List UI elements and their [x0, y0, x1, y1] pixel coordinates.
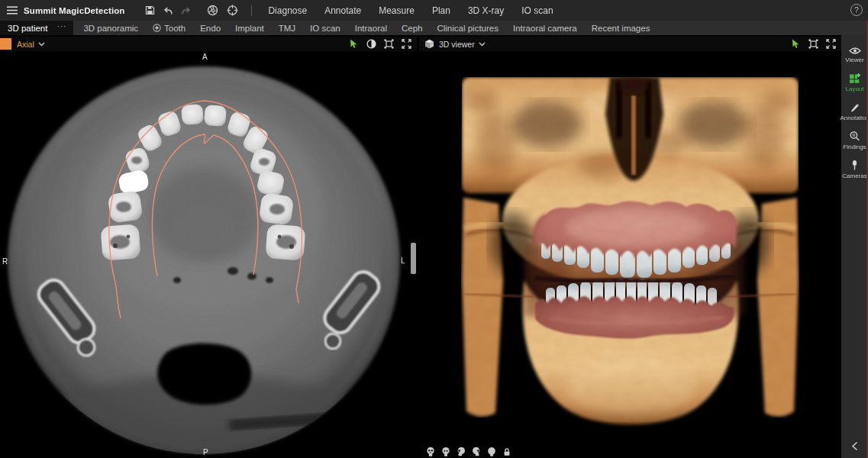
- fit-view-icon[interactable]: [808, 39, 818, 50]
- fullscreen-icon[interactable]: [401, 39, 411, 50]
- menu-annotate[interactable]: Annotate: [324, 5, 361, 16]
- orientation-label-right: R: [2, 257, 8, 266]
- orientation-label-left: L: [401, 256, 405, 265]
- fullscreen-icon[interactable]: [825, 39, 836, 50]
- app-title: Summit MagicDetection: [24, 6, 124, 15]
- axial-color-tag: [0, 38, 11, 50]
- menu-io-scan[interactable]: IO scan: [521, 5, 553, 16]
- tab-3d-patient[interactable]: 3D patient: [0, 21, 55, 35]
- 3d-viewport-header: 3D viewer: [419, 37, 841, 51]
- toolbar-divider: [251, 5, 252, 16]
- orientation-presets: [424, 446, 512, 457]
- ct-axial-image[interactable]: [0, 51, 417, 458]
- intraoral-camera-icon: [851, 158, 858, 171]
- 3d-view-dropdown[interactable]: 3D viewer: [439, 40, 486, 49]
- tab-intraoral[interactable]: Intraoral: [354, 24, 388, 33]
- orientation-label-anterior: A: [202, 53, 208, 61]
- slice-scrollbar-thumb[interactable]: [411, 243, 416, 274]
- tab-tmj[interactable]: TMJ: [278, 24, 296, 33]
- tab-io-scan[interactable]: IO scan: [309, 24, 341, 33]
- tab-endo[interactable]: Endo: [199, 24, 221, 33]
- menu-diagnose[interactable]: Diagnose: [268, 5, 307, 16]
- tab-overflow-button[interactable]: ···: [55, 21, 73, 35]
- menu-plan[interactable]: Plan: [432, 5, 450, 16]
- menu-3d-xray[interactable]: 3D X-ray: [468, 5, 504, 16]
- tab-implant[interactable]: Implant: [234, 24, 265, 33]
- fit-view-icon[interactable]: [383, 39, 394, 50]
- menu-measure[interactable]: Measure: [379, 5, 415, 16]
- redo-icon[interactable]: [179, 4, 193, 18]
- axial-viewport-header: Axial: [0, 37, 417, 51]
- chevron-down-icon: [479, 42, 486, 47]
- save-icon[interactable]: [143, 4, 156, 18]
- sidebar-item-viewer[interactable]: Viewer: [841, 42, 868, 71]
- undo-icon[interactable]: [161, 4, 175, 18]
- findings-search-icon: [849, 129, 860, 142]
- view-lock-icon[interactable]: [501, 446, 512, 457]
- cursor-icon[interactable]: [790, 39, 801, 50]
- skull-front-alt-icon[interactable]: [440, 446, 451, 457]
- eye-icon: [849, 42, 861, 55]
- sidebar-label: Layout: [845, 85, 863, 92]
- axial-viewport: Axial: [0, 37, 417, 458]
- tooth-icon: [153, 24, 161, 32]
- main-menus: Diagnose Annotate Measure Plan 3D X-ray …: [268, 5, 553, 16]
- sidebar-item-layout[interactable]: Layout: [841, 71, 868, 100]
- 3d-volume-render[interactable]: [419, 51, 841, 458]
- tool-sidebar: Viewer Layout Annotation Findings: [841, 35, 868, 458]
- sidebar-item-annotation[interactable]: Annotation: [841, 100, 868, 129]
- tab-intraoral-camera[interactable]: Intraoral camera: [512, 24, 578, 33]
- tab-ceph[interactable]: Ceph: [401, 24, 424, 33]
- workspace-tab-bar: 3D patient ··· 3D panoramic Tooth Endo I…: [0, 21, 868, 35]
- chevron-down-icon: [38, 42, 45, 47]
- skull-left-icon[interactable]: [455, 446, 466, 457]
- pencil-icon: [850, 100, 860, 113]
- tab-tooth[interactable]: Tooth: [152, 24, 186, 33]
- skull-right-icon[interactable]: [470, 446, 482, 457]
- cursor-icon[interactable]: [348, 39, 359, 50]
- cube-icon: [424, 39, 434, 49]
- sidebar-item-cameras[interactable]: Cameras: [841, 158, 868, 187]
- sidebar-label: Cameras: [842, 173, 866, 179]
- sidebar-label: Findings: [843, 144, 866, 150]
- tab-label: 3D patient: [8, 24, 47, 33]
- main-menu-icon[interactable]: [7, 6, 18, 15]
- axial-view-dropdown[interactable]: Axial: [17, 40, 45, 49]
- application-window: Summit MagicDetection Diagnose Annotate: [0, 0, 868, 458]
- aperture-icon[interactable]: [205, 4, 219, 18]
- help-icon[interactable]: ?: [850, 4, 863, 16]
- skull-front-icon[interactable]: [424, 446, 436, 457]
- target-icon[interactable]: [225, 4, 239, 18]
- tab-recent-images[interactable]: Recent images: [591, 24, 651, 33]
- workspace: Axial: [0, 35, 868, 458]
- collapse-panel-chevron-icon[interactable]: [849, 440, 861, 452]
- 3d-viewport: 3D viewer: [419, 37, 841, 458]
- sidebar-label: Annotation: [840, 114, 868, 121]
- tab-clinical-pictures[interactable]: Clinical pictures: [436, 24, 499, 33]
- skull-back-icon[interactable]: [486, 446, 497, 457]
- sidebar-item-findings[interactable]: Findings: [841, 129, 868, 158]
- top-menu-bar: Summit MagicDetection Diagnose Annotate: [0, 0, 868, 21]
- sidebar-label: Viewer: [845, 56, 863, 63]
- tab-3d-panoramic[interactable]: 3D panoramic: [82, 24, 139, 33]
- orientation-label-posterior: P: [203, 448, 208, 456]
- layout-grid-icon: [849, 71, 860, 84]
- contrast-icon[interactable]: [366, 39, 376, 50]
